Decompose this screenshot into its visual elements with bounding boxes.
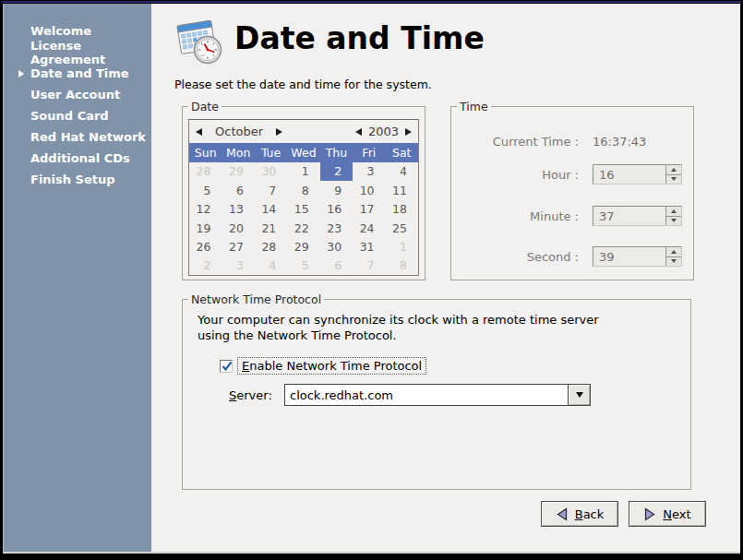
calendar-header: October 2003 [189, 120, 418, 143]
second-spinbox[interactable]: 39 [593, 246, 682, 267]
day-cell-27[interactable]: 27 [222, 237, 254, 256]
current-time-value: 16:37:43 [593, 135, 646, 149]
sidebar-item-license-agreement: License Agreement [4, 42, 151, 63]
next-button-label: Next [663, 507, 690, 521]
day-cell-23[interactable]: 23 [320, 219, 353, 237]
day-cell-15[interactable]: 15 [287, 199, 319, 218]
day-cell-30[interactable]: 30 [255, 162, 287, 181]
day-cell-19[interactable]: 19 [189, 219, 222, 237]
day-cell-3[interactable]: 3 [222, 256, 254, 275]
server-combobox[interactable]: clock.redhat.com [284, 384, 591, 406]
day-cell-3[interactable]: 3 [353, 162, 385, 181]
day-cell-13[interactable]: 13 [222, 199, 254, 218]
minute-down-button[interactable] [666, 217, 681, 226]
date-time-row: Date October 2003 SunMonTueWedThuFriSat [182, 106, 740, 280]
page-header: Date and Time [174, 17, 740, 70]
sidebar-item-finish-setup: Finish Setup [4, 169, 151, 190]
sidebar-item-label: Additional CDs [30, 151, 130, 165]
dow-wed: Wed [287, 143, 319, 161]
day-cell-26[interactable]: 26 [189, 237, 222, 256]
day-cell-4[interactable]: 4 [255, 256, 287, 275]
day-cell-5[interactable]: 5 [287, 256, 319, 275]
day-cell-11[interactable]: 11 [386, 181, 418, 199]
day-cell-17[interactable]: 17 [353, 199, 385, 218]
enable-ntp-label[interactable]: Enable Network Time Protocol [237, 357, 426, 375]
calendar-month: October [215, 125, 263, 138]
day-cell-24[interactable]: 24 [353, 219, 385, 237]
wizard-nav-buttons: Back Next [541, 501, 706, 527]
day-cell-21[interactable]: 21 [255, 219, 287, 237]
prev-month-icon[interactable] [196, 128, 202, 136]
day-cell-8[interactable]: 8 [287, 181, 319, 199]
day-cell-31[interactable]: 31 [353, 237, 385, 256]
hour-label: Hour : [451, 168, 579, 182]
enable-ntp-checkbox[interactable] [220, 360, 233, 373]
sidebar-item-additional-cds: Additional CDs [4, 148, 151, 169]
next-year-icon[interactable] [405, 128, 412, 136]
day-cell-9[interactable]: 9 [320, 181, 353, 199]
hour-spinbox[interactable]: 16 [593, 164, 682, 185]
calendar-dow-row: SunMonTueWedThuFriSat [189, 143, 418, 161]
date-time-calendar-clock-icon [174, 17, 225, 70]
day-cell-1[interactable]: 1 [287, 162, 319, 181]
day-cell-1[interactable]: 1 [386, 237, 418, 256]
check-icon [221, 360, 234, 373]
day-cell-22[interactable]: 22 [287, 219, 319, 237]
day-cell-7[interactable]: 7 [255, 181, 287, 199]
day-cell-30[interactable]: 30 [320, 237, 353, 256]
day-cell-29[interactable]: 29 [287, 237, 319, 256]
hour-down-button[interactable] [666, 175, 681, 185]
caret-down-icon [671, 259, 677, 263]
next-button[interactable]: Next [629, 501, 706, 527]
back-button[interactable]: Back [541, 501, 618, 527]
sidebar-nav: WelcomeLicense AgreementDate and TimeUse… [4, 4, 151, 552]
minute-spinbox[interactable]: 37 [593, 206, 682, 226]
sidebar-item-label: License Agreement [30, 39, 151, 66]
day-cell-4[interactable]: 4 [386, 162, 418, 181]
sidebar-item-label: Red Hat Network [30, 130, 146, 144]
server-row: Server: clock.redhat.com [229, 384, 690, 406]
second-value[interactable]: 39 [593, 247, 665, 266]
sidebar-item-user-account: User Account [4, 84, 151, 105]
back-arrow-icon [556, 507, 569, 521]
day-cell-28[interactable]: 28 [189, 162, 222, 181]
server-input[interactable]: clock.redhat.com [285, 385, 568, 405]
second-down-button[interactable] [666, 257, 681, 267]
caret-down-icon [671, 219, 677, 222]
calendar-grid: 2829301234567891011121314151617181920212… [189, 162, 418, 275]
day-cell-2[interactable]: 2 [320, 162, 353, 181]
day-cell-6[interactable]: 6 [222, 181, 254, 199]
day-cell-18[interactable]: 18 [386, 199, 418, 218]
hour-row: Hour : 16 [451, 164, 693, 185]
day-cell-7[interactable]: 7 [353, 256, 385, 275]
second-up-button[interactable] [666, 247, 681, 257]
day-cell-20[interactable]: 20 [222, 219, 254, 237]
minute-up-button[interactable] [666, 207, 681, 217]
sidebar-item-label: Welcome [30, 24, 91, 38]
caret-up-icon [671, 209, 677, 213]
day-cell-25[interactable]: 25 [386, 219, 418, 237]
day-cell-14[interactable]: 14 [255, 199, 287, 218]
day-cell-16[interactable]: 16 [320, 199, 353, 218]
current-step-arrow-icon [18, 70, 24, 77]
day-cell-10[interactable]: 10 [353, 181, 385, 199]
day-cell-29[interactable]: 29 [222, 162, 254, 181]
day-cell-12[interactable]: 12 [189, 199, 222, 218]
prev-year-icon[interactable] [355, 128, 362, 136]
server-dropdown-button[interactable] [568, 385, 590, 405]
hour-value[interactable]: 16 [593, 165, 665, 184]
day-cell-5[interactable]: 5 [189, 181, 222, 199]
sidebar-item-label: User Account [30, 88, 120, 101]
minute-value[interactable]: 37 [593, 207, 665, 225]
ntp-group-label: Network Time Protocol [188, 292, 324, 306]
second-row: Second : 39 [451, 246, 693, 267]
day-cell-2[interactable]: 2 [189, 256, 222, 275]
hour-up-button[interactable] [666, 165, 681, 175]
day-cell-6[interactable]: 6 [320, 256, 353, 275]
day-cell-8[interactable]: 8 [386, 256, 418, 275]
sidebar-item-red-hat-network: Red Hat Network [4, 126, 151, 148]
calendar-widget: October 2003 SunMonTueWedThuFriSat 28293… [188, 119, 419, 276]
day-cell-28[interactable]: 28 [255, 237, 287, 256]
next-month-icon[interactable] [276, 128, 282, 136]
minute-label: Minute : [451, 209, 579, 223]
